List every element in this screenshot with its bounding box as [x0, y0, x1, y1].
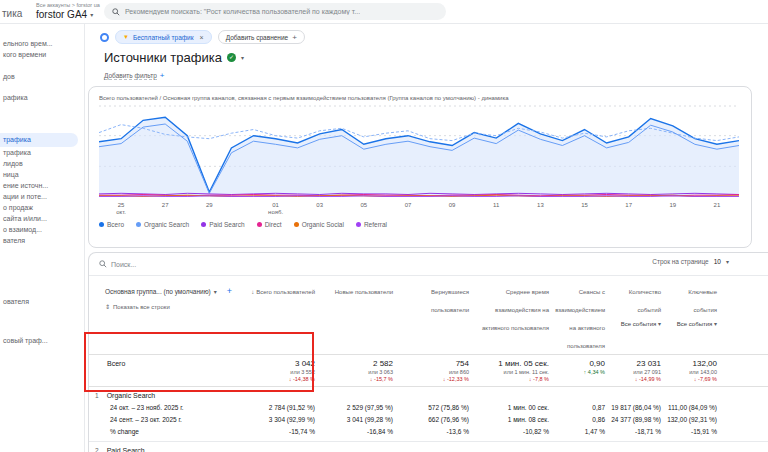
- metric-value: 572 (75,86 %): [399, 402, 475, 414]
- sidebar-item[interactable]: рафика: [0, 92, 84, 103]
- column-header-label: Вернувшиеся пользователи: [431, 289, 469, 313]
- legend-label: Всего: [107, 221, 124, 228]
- table-row-block: 1Organic Search24 окт. – 23 нояб. 2025 г…: [89, 387, 768, 442]
- dimension-dropdown[interactable]: Основная группа... (по умолчанию)▾: [105, 288, 217, 295]
- sidebar-item[interactable]: лидов: [0, 158, 84, 169]
- column-header-label: Среднее время взаимодействия на активног…: [482, 289, 549, 331]
- table-period-row: % change-15,74 %-16,84 %-13,6 %-10,82 %1…: [89, 426, 768, 438]
- metric-value: [723, 414, 768, 426]
- totals-label: Всего: [93, 359, 241, 367]
- x-tick-label: 19: [669, 202, 676, 208]
- sidebar-spacer: [0, 103, 84, 133]
- sidebar-item[interactable]: о взаимод...: [0, 224, 84, 235]
- x-tick: 17: [625, 202, 632, 208]
- x-tick: 29: [206, 202, 213, 208]
- sidebar-item[interactable]: совый траф...: [0, 335, 84, 346]
- column-header[interactable]: Вернувшиеся пользователи: [399, 280, 475, 316]
- data-quality-check-icon[interactable]: ✓: [227, 53, 236, 62]
- sidebar-item[interactable]: ователя: [0, 296, 84, 307]
- table-row[interactable]: 1Organic Search: [89, 390, 768, 402]
- close-icon[interactable]: ×: [200, 34, 204, 41]
- rows-per-page-value: 10: [714, 258, 721, 265]
- add-dimension-button[interactable]: +: [227, 286, 232, 296]
- column-header[interactable]: Ключевые событияВсе события ▾: [667, 280, 723, 327]
- period-label: 24 сент. – 23 окт. 2025 г.: [93, 414, 241, 426]
- sidebar-item[interactable]: ение источн...: [0, 180, 84, 191]
- property-selector[interactable]: forstor GA4 ▾: [36, 9, 100, 20]
- legend-item[interactable]: Direct: [257, 221, 282, 228]
- chevron-down-icon[interactable]: ▾: [241, 54, 244, 61]
- sidebar-item[interactable]: трафика: [0, 133, 78, 147]
- empty-cell: [321, 390, 399, 402]
- sidebar-item[interactable]: ации и поте...: [0, 191, 84, 202]
- column-header[interactable]: Среднее время взаимодействия на активног…: [475, 280, 555, 334]
- column-header[interactable]: Количество событийВсе события ▾: [611, 280, 667, 327]
- row-dimension-cell: 1Organic Search: [93, 390, 241, 402]
- sidebar-item[interactable]: ница: [0, 169, 84, 180]
- sidebar-item[interactable]: ельного врем...: [0, 38, 84, 49]
- legend-label: Direct: [265, 221, 282, 228]
- column-header[interactable]: Сеансы с взаимодействием на активного по…: [555, 280, 611, 352]
- totals-value: 1 мин. 05 сек.: [475, 359, 549, 368]
- x-tick-label: 15: [581, 202, 588, 208]
- comparison-chips-row: ▼ Бесплатный трафик × Добавить сравнение…: [100, 30, 305, 44]
- totals-value: 3 042: [241, 359, 315, 368]
- empty-cell: [321, 445, 399, 452]
- sidebar-item[interactable]: сайта и/или...: [0, 213, 84, 224]
- totals-value: 754: [399, 359, 469, 368]
- legend-dot: [356, 222, 361, 227]
- dimension-header-cell: Основная группа... (по умолчанию)▾+⇕Пока…: [93, 280, 241, 310]
- row-dimension-cell: 2Paid Search: [93, 445, 241, 452]
- legend-label: Referral: [364, 221, 387, 228]
- search-icon: [99, 260, 107, 268]
- row-index: 2: [93, 447, 99, 452]
- dimension-dropdown-label: Основная группа... (по умолчанию): [105, 288, 211, 295]
- column-header[interactable]: Новые пользователи: [321, 280, 399, 298]
- search-icon: [112, 8, 120, 16]
- segment-icon: ▼: [123, 34, 129, 40]
- column-header-label: Количество событий: [629, 289, 661, 313]
- sidebar-item[interactable]: дов: [0, 71, 84, 82]
- legend-item[interactable]: Organic Social: [294, 221, 344, 228]
- legend-dot: [136, 222, 141, 227]
- x-tick-label: 09: [449, 202, 456, 208]
- totals-change-value: ↓ -15,7 %: [321, 376, 393, 382]
- legend-item[interactable]: Всего: [99, 221, 124, 228]
- comparisons-icon[interactable]: [100, 33, 109, 42]
- metric-dropdown[interactable]: Все события ▾: [667, 320, 717, 327]
- show-all-rows-button[interactable]: ⇕Показать все строки: [105, 303, 241, 310]
- totals-compare-value: или 3 552: [241, 369, 315, 375]
- add-filter-button[interactable]: Добавить фильтр: [104, 72, 157, 80]
- account-selector[interactable]: Все аккаунты > forstor ua forstor GA4 ▾: [36, 2, 100, 20]
- search-bar[interactable]: Рекомендуем поискать: "Рост количества п…: [104, 3, 446, 20]
- sidebar-item[interactable]: о продаж: [0, 202, 84, 213]
- chart-card: Всего пользователей / Основная группа ка…: [88, 86, 752, 248]
- column-header[interactable]: Доля в о...: [723, 280, 768, 298]
- x-tick: 21: [714, 202, 721, 208]
- table-row[interactable]: 2Paid Search: [89, 445, 768, 452]
- comparison-chip-free-traffic[interactable]: ▼ Бесплатный трафик ×: [115, 30, 212, 44]
- sidebar-item[interactable]: кого времени: [0, 49, 84, 60]
- metric-value: [723, 402, 768, 414]
- empty-cell: [555, 445, 611, 452]
- sidebar-item[interactable]: вателя: [0, 235, 84, 246]
- legend-item[interactable]: Organic Search: [136, 221, 189, 228]
- empty-cell: [555, 390, 611, 402]
- table-row-block: 2Paid Search24 окт. – 23 нояб. 2025 г.15…: [89, 442, 768, 452]
- legend-item[interactable]: Referral: [356, 221, 387, 228]
- legend-label: Organic Search: [144, 221, 189, 228]
- rows-per-page-control[interactable]: Строк на странице 10 ▾: [652, 258, 729, 265]
- table-search[interactable]: Поиск...: [99, 260, 136, 268]
- totals-cell: 0,90↑ 4,34 %: [555, 359, 611, 375]
- totals-cell: 2 582или 3 063↓ -15,7 %: [321, 359, 399, 382]
- legend-item[interactable]: Paid Search: [201, 221, 244, 228]
- sidebar-item[interactable]: трафика: [0, 147, 84, 158]
- empty-cell: [667, 445, 723, 452]
- x-tick-label: 11: [493, 202, 499, 208]
- table-card: Поиск... Строк на странице 10 ▾ Основная…: [88, 252, 768, 452]
- metric-dropdown[interactable]: Все события ▾: [611, 320, 661, 327]
- totals-compare-value: или 143,00: [667, 369, 717, 375]
- column-header[interactable]: ↓Всего пользователей: [241, 280, 321, 298]
- add-comparison-button[interactable]: Добавить сравнение +: [218, 30, 305, 44]
- x-tick-label: 07: [405, 202, 412, 208]
